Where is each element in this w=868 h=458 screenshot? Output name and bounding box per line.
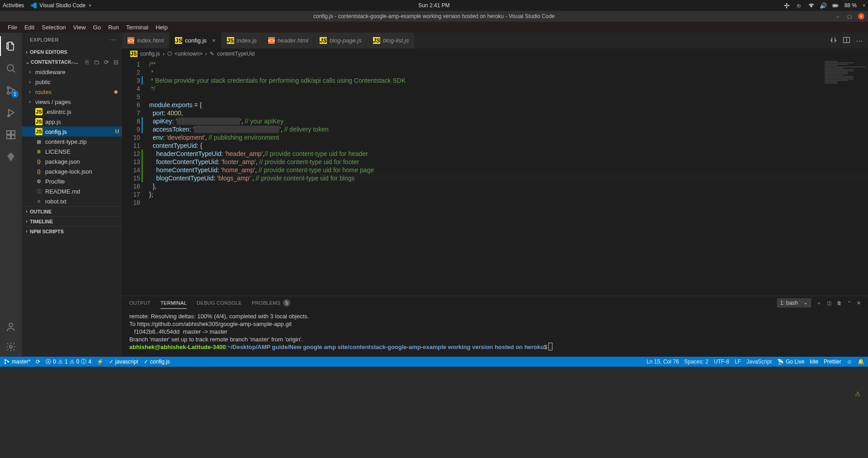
status-cursor-pos[interactable]: Ln 15, Col 76 — [646, 359, 679, 365]
tree-file[interactable]: JSapp.js — [22, 117, 122, 127]
clock[interactable]: Sun 2:41 PM — [418, 2, 449, 9]
terminal-output[interactable]: remote: Resolving deltas: 100% (4/4), co… — [122, 310, 868, 357]
menu-terminal[interactable]: Terminal — [123, 23, 151, 32]
tab-file-icon: JS — [175, 37, 182, 44]
editor-tab[interactable]: JSblog-list.js — [368, 33, 415, 48]
status-feedback-icon[interactable]: ☺ — [847, 359, 852, 365]
editor-more-icon[interactable]: ⋯ — [856, 37, 863, 45]
status-eol[interactable]: LF — [735, 359, 741, 365]
app-menu[interactable]: Visual Studio Code ▾ — [30, 2, 91, 9]
status-eslint-lang[interactable]: ✓ javascript — [109, 359, 138, 365]
open-editors-section[interactable]: ›OPEN EDITORS — [22, 47, 122, 57]
activity-run-debug[interactable] — [0, 103, 22, 123]
close-panel-icon[interactable]: ✕ — [857, 300, 861, 306]
panel-tab-problems[interactable]: PROBLEMS 5 — [252, 297, 291, 309]
menu-selection[interactable]: Selection — [38, 23, 69, 32]
status-eslint-file[interactable]: ✓ config.js — [144, 359, 170, 365]
activity-accounts[interactable] — [0, 317, 22, 337]
activities-button[interactable]: Activities — [3, 2, 24, 9]
new-folder-icon[interactable]: 🗀 — [94, 59, 99, 66]
svg-rect-3 — [787, 5, 789, 6]
kill-terminal-icon[interactable]: 🗑 — [837, 300, 842, 306]
status-branch[interactable]: master* — [4, 359, 30, 365]
tree-file[interactable]: 🗎LICENSE — [22, 146, 122, 156]
editor-tab[interactable]: JSblog-page.js — [314, 33, 367, 48]
panel-tab-terminal[interactable]: TERMINAL — [160, 297, 187, 309]
editor-tab[interactable]: <>index.html — [122, 33, 169, 48]
tree-folder[interactable]: views / pages — [22, 97, 122, 107]
new-file-icon[interactable]: ⎘ — [85, 59, 89, 66]
status-language[interactable]: JavaScript — [746, 359, 772, 365]
npm-scripts-section[interactable]: ›NPM SCRIPTS — [22, 226, 122, 236]
panel-warning-icon[interactable]: ⚠ — [855, 390, 861, 397]
editor-tab[interactable]: JSindex.js — [222, 33, 262, 48]
activity-extensions[interactable] — [0, 125, 22, 145]
editor-tab[interactable]: JSconfig.js× — [170, 33, 221, 48]
activity-kite[interactable] — [0, 147, 22, 167]
tree-file[interactable]: JS.eslintrc.js — [22, 107, 122, 117]
status-bell-icon[interactable]: 🔔 — [858, 359, 864, 365]
code-editor[interactable]: 123456789101112131415161718 /** * * Belo… — [122, 59, 868, 296]
vscode-logo-icon — [30, 2, 37, 9]
panel-tab-output[interactable]: OUTPUT — [129, 297, 151, 308]
maximize-panel-icon[interactable]: ⌃ — [847, 300, 851, 306]
project-section[interactable]: ⌄CONTENTSTACK-… — [23, 57, 85, 67]
outline-section[interactable]: ›OUTLINE — [22, 206, 122, 216]
tree-folder[interactable]: routes — [22, 87, 122, 97]
split-editor-icon[interactable] — [843, 36, 850, 45]
status-indent[interactable]: Spaces: 2 — [684, 359, 708, 365]
status-sync[interactable]: ⟳ — [36, 359, 40, 365]
tree-folder[interactable]: middleware — [22, 67, 122, 77]
breadcrumbs[interactable]: JS config.js › ⎔ <unknown> › ✎ contentTy… — [122, 48, 868, 59]
new-terminal-icon[interactable]: ＋ — [816, 300, 821, 307]
terminal-shell-select[interactable]: 1: bash — [777, 298, 811, 307]
status-golive[interactable]: 📡 Go Live — [777, 359, 804, 365]
refresh-icon[interactable]: ⟳ — [104, 59, 109, 66]
split-terminal-icon[interactable]: ◫ — [827, 300, 831, 306]
wifi-icon[interactable] — [808, 2, 815, 9]
close-window-button[interactable]: × — [858, 13, 864, 19]
menu-go[interactable]: Go — [90, 23, 104, 32]
activity-source-control[interactable]: 1 — [0, 80, 22, 100]
tree-file[interactable]: ⓘREADME.md — [22, 186, 122, 196]
menu-run[interactable]: Run — [105, 23, 122, 32]
menu-edit[interactable]: Edit — [21, 23, 38, 32]
maximize-button[interactable]: ▢ — [846, 13, 853, 19]
tab-file-icon: JS — [373, 37, 380, 44]
file-icon: 🗎 — [35, 148, 42, 155]
slack-tray-icon[interactable] — [783, 2, 790, 9]
status-port[interactable]: ⚡ — [97, 359, 104, 365]
tab-close-icon[interactable]: × — [212, 37, 216, 44]
status-problems[interactable]: ⓧ0 ⚠1 ⚠0 ⓘ4 — [46, 358, 91, 366]
status-encoding[interactable]: UTF-8 — [714, 359, 729, 365]
tree-item-label: public — [35, 79, 51, 85]
tree-file[interactable]: ⚙Procfile — [22, 176, 122, 186]
tree-file[interactable]: {}package.json — [22, 156, 122, 166]
tree-file[interactable]: ▦content-type.zip — [22, 137, 122, 146]
menu-help[interactable]: Help — [152, 23, 171, 32]
tree-file[interactable]: {}package-lock.json — [22, 166, 122, 176]
timeline-section[interactable]: ›TIMELINE — [22, 216, 122, 226]
status-prettier[interactable]: Prettier — [824, 359, 841, 365]
collapse-icon[interactable]: ⊟ — [113, 59, 118, 66]
activity-explorer[interactable] — [0, 36, 22, 56]
status-kite[interactable]: kite — [810, 359, 818, 365]
sidebar-more-icon[interactable]: ⋯ — [109, 36, 116, 43]
tree-file[interactable]: ≡robot.txt — [22, 196, 122, 206]
battery-icon[interactable] — [832, 2, 839, 9]
editor-tab[interactable]: <>header.html — [263, 33, 314, 48]
minimap[interactable] — [823, 59, 868, 113]
menu-view[interactable]: View — [70, 23, 89, 32]
minimize-button[interactable]: – — [835, 13, 841, 19]
menu-file[interactable]: File — [5, 23, 20, 32]
panel-tab-debug[interactable]: DEBUG CONSOLE — [197, 297, 242, 308]
activity-search[interactable] — [0, 58, 22, 78]
system-menu-chevron-icon[interactable]: ▾ — [863, 3, 865, 8]
volume-icon[interactable]: 🔊 — [820, 2, 827, 9]
network-icon[interactable]: ⎋ — [796, 2, 802, 9]
compare-changes-icon[interactable] — [830, 36, 837, 45]
file-icon: {} — [35, 158, 42, 165]
tree-folder[interactable]: public — [22, 77, 122, 87]
activity-settings[interactable] — [0, 337, 22, 357]
tree-file[interactable]: JSconfig.jsM — [22, 127, 122, 137]
